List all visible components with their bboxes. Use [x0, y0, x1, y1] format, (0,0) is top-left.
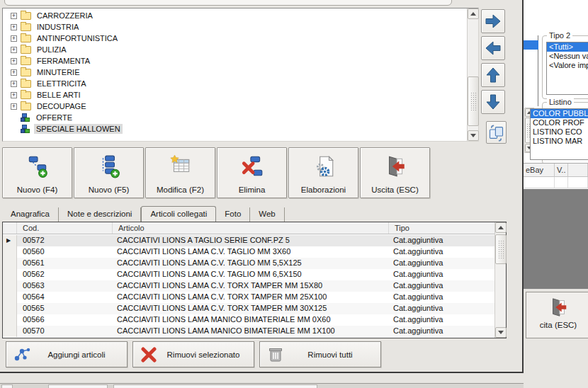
- list-item[interactable]: COLOR PROF: [531, 118, 588, 127]
- tree-item[interactable]: + ELETTRICITA: [3, 78, 466, 89]
- expand-plus-icon[interactable]: +: [11, 92, 17, 98]
- background-listbox-fragment[interactable]: [524, 35, 538, 106]
- tree-item-label: DECOUPAGE: [35, 101, 88, 111]
- cell-articolo: CACCIATIVI LIONS A TAGLIO SERIE CONF.PZ …: [113, 235, 389, 246]
- tree-item[interactable]: + SPECIALE HALLOWEN: [3, 123, 466, 135]
- category-cubes-icon: [21, 125, 30, 134]
- elimina-button[interactable]: Elimina: [217, 147, 287, 198]
- table-row[interactable]: 00566 CACCIAVITI LIONS LAMA MANICO BIMAT…: [3, 314, 494, 326]
- move-up-button[interactable]: [481, 63, 505, 87]
- move-right-button[interactable]: [481, 9, 505, 33]
- column-header-cod[interactable]: Cod.: [17, 222, 113, 234]
- column-header-articolo[interactable]: Articolo: [113, 222, 389, 234]
- tab-articoli-collegati[interactable]: Articoli collegati: [141, 206, 216, 222]
- red-x-icon: [140, 346, 157, 363]
- expand-plus-icon[interactable]: +: [11, 69, 17, 76]
- rimuovi-tutti-button[interactable]: Rimuovi tutti: [259, 341, 381, 367]
- table-row[interactable]: 00561 CACCIAVITI LIONS LAMA C.V. TAGLIO …: [3, 258, 494, 269]
- modifica-f2-button[interactable]: Modifica (F2): [145, 147, 215, 198]
- button-label: cita (ESC): [540, 321, 577, 329]
- table-header: eBay V..: [524, 163, 588, 177]
- expand-plus-icon[interactable]: +: [11, 103, 17, 110]
- list-item[interactable]: COLOR PUBBL: [531, 109, 588, 118]
- expand-plus-icon[interactable]: +: [11, 13, 17, 19]
- triangle-down-icon: [470, 134, 476, 137]
- expand-plus-icon[interactable]: +: [11, 58, 17, 64]
- list-item-label: <Nessun valo: [549, 52, 588, 60]
- move-left-button[interactable]: [481, 36, 505, 60]
- scroll-up-button[interactable]: [468, 8, 479, 19]
- tree-item[interactable]: + ANTINFORTUNISTICA: [3, 33, 466, 44]
- scroll-thumb[interactable]: [468, 76, 479, 126]
- elaborazioni-button[interactable]: Elaborazioni: [288, 147, 358, 198]
- tree-item[interactable]: + BELLE ARTI: [3, 89, 466, 101]
- tab-note-e-descrizioni[interactable]: Note e descrizioni: [59, 207, 141, 222]
- table-row: [524, 177, 588, 188]
- move-down-button[interactable]: [481, 90, 505, 114]
- table-row[interactable]: 00562 CACCIAVITI LIONS LAMA C.V. TAGLIO …: [3, 269, 494, 280]
- table-row[interactable]: 00570 CACCIAVITI LIONS LAMA MANICO BIMAT…: [3, 326, 494, 337]
- tab-web[interactable]: Web: [250, 207, 284, 222]
- background-uscita-esc-button[interactable]: cita (ESC): [526, 292, 588, 338]
- category-tree-panel: + CARROZZERIA + INDUSTRIA + ANTINFORTUNI: [2, 8, 479, 142]
- tree-item-label: ANTINFORTUNISTICA: [35, 33, 120, 43]
- cell-articolo: CACCIAVITI LIONS LAMA MANICO BIMATERIALE…: [113, 326, 389, 337]
- cell-fragment: [48, 384, 108, 388]
- tree-item[interactable]: + MINUTERIE: [3, 67, 466, 78]
- table-row[interactable]: 00572 CACCIATIVI LIONS A TAGLIO SERIE CO…: [3, 235, 494, 246]
- tree-item[interactable]: + DECOUPAGE: [3, 101, 466, 112]
- tree-item[interactable]: + PULIZIA: [3, 44, 466, 55]
- scroll-down-button[interactable]: [468, 130, 479, 141]
- table-row[interactable]: 00563 CACCIAVITI LIONS LAMA C.V. TORX TA…: [3, 280, 494, 292]
- obscured-content-block: [524, 189, 588, 289]
- expand-plus-icon[interactable]: +: [11, 81, 17, 87]
- list-item[interactable]: <Tutti>: [547, 42, 588, 52]
- list-item[interactable]: LISTINO MAR: [531, 137, 588, 146]
- tree-item[interactable]: + OFFERTE: [3, 112, 466, 123]
- tree-item[interactable]: + CARROZZERIA: [3, 10, 466, 21]
- tree-item[interactable]: + INDUSTRIA: [3, 21, 466, 33]
- folder-icon: [21, 57, 31, 65]
- table-row[interactable]: 00564 CACCIAVITI LIONS LAMA C.V. TORX TA…: [3, 292, 494, 303]
- expand-plus-icon[interactable]: +: [11, 47, 17, 53]
- cell-tipo: Cat.aggiuntiva: [389, 246, 494, 258]
- table-row[interactable]: 00565 CACCIAVITI LIONS LAMA C.V. TORX TA…: [3, 303, 494, 314]
- aggiungi-articoli-button[interactable]: Aggiungi articoli: [6, 341, 128, 367]
- top-panel-fragment: [4, 0, 452, 6]
- nuovo-f4-button[interactable]: Nuovo (F4): [2, 147, 72, 198]
- column-header-v[interactable]: V..: [555, 164, 568, 176]
- scroll-down-button[interactable]: [495, 327, 507, 338]
- button-label: Rimuovi selezionato: [157, 350, 254, 359]
- edit-table-icon: [169, 154, 193, 178]
- table-header: Cod. Articolo Tipo: [3, 222, 506, 234]
- scroll-up-button[interactable]: [495, 222, 507, 233]
- move-down-arrow-icon: [485, 93, 502, 110]
- folder-icon: [21, 103, 31, 110]
- row-indicator: [3, 235, 17, 246]
- list-item[interactable]: <Valore impo: [547, 61, 588, 70]
- expand-plus-icon[interactable]: +: [11, 35, 17, 42]
- list-item[interactable]: LISTINO ECO: [531, 127, 588, 137]
- tree-item[interactable]: + FERRAMENTA: [3, 55, 466, 67]
- tab-anagrafica[interactable]: Anagrafica: [2, 207, 59, 222]
- list-item[interactable]: <Nessun valo: [547, 52, 588, 61]
- cell-fragment: [1, 384, 13, 388]
- cell-cod: 00561: [17, 258, 113, 269]
- expand-plus-icon[interactable]: +: [11, 24, 17, 30]
- copy-categories-button[interactable]: [486, 121, 507, 144]
- scroll-thumb[interactable]: [495, 234, 507, 264]
- nuovo-f5-button[interactable]: Nuovo (F5): [74, 147, 144, 198]
- cell-tipo: Cat.aggiuntiva: [389, 326, 494, 337]
- table-row[interactable]: 00560 CACCIAVITI LIONS LAMA C.V. TAGLIO …: [3, 246, 494, 258]
- tab-foto[interactable]: Foto: [216, 207, 250, 222]
- tree-scrollbar[interactable]: [467, 8, 478, 141]
- row-indicator: [3, 269, 17, 280]
- rimuovi-selezionato-button[interactable]: Rimuovi selezionato: [132, 341, 254, 367]
- tree-item-label: FERRAMENTA: [35, 56, 92, 66]
- cell-tipo: Cat.aggiuntiva: [389, 303, 494, 314]
- table-scrollbar[interactable]: [494, 222, 506, 338]
- uscita-esc-button[interactable]: Uscita (ESC): [360, 147, 430, 198]
- column-header-ebay[interactable]: eBay: [524, 164, 555, 176]
- move-right-arrow-icon: [485, 13, 502, 30]
- column-header-tipo[interactable]: Tipo: [389, 222, 506, 234]
